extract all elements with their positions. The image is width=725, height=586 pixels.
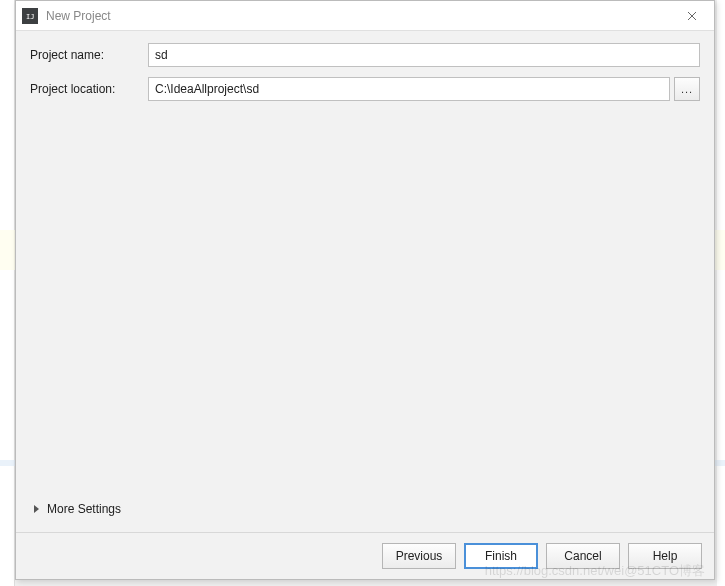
close-icon (687, 11, 697, 21)
more-settings-toggle[interactable]: More Settings (30, 494, 700, 532)
new-project-dialog: IJ New Project Project name: Project loc… (15, 0, 715, 580)
background-gutter (0, 0, 15, 586)
project-name-row: Project name: (30, 43, 700, 67)
window-title: New Project (46, 9, 670, 23)
svg-text:IJ: IJ (26, 13, 34, 21)
browse-button[interactable]: ... (674, 77, 700, 101)
project-location-row: Project location: ... (30, 77, 700, 101)
background-right (717, 0, 725, 586)
project-location-label: Project location: (30, 82, 148, 96)
project-location-input[interactable] (148, 77, 670, 101)
dialog-content: Project name: Project location: ... More… (16, 31, 714, 532)
ellipsis-icon: ... (681, 83, 693, 95)
chevron-right-icon (34, 505, 39, 513)
cancel-button[interactable]: Cancel (546, 543, 620, 569)
project-name-input[interactable] (148, 43, 700, 67)
more-settings-label: More Settings (47, 502, 121, 516)
project-name-label: Project name: (30, 48, 148, 62)
close-button[interactable] (670, 1, 714, 31)
help-button[interactable]: Help (628, 543, 702, 569)
finish-button[interactable]: Finish (464, 543, 538, 569)
titlebar[interactable]: IJ New Project (16, 1, 714, 31)
app-icon: IJ (22, 8, 38, 24)
content-spacer (30, 111, 700, 494)
previous-button[interactable]: Previous (382, 543, 456, 569)
button-bar: Previous Finish Cancel Help (16, 532, 714, 579)
